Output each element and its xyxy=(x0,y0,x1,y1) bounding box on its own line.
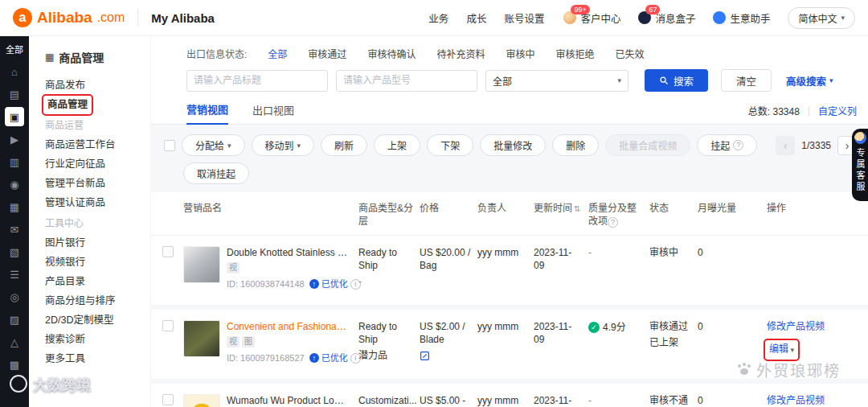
search-row: 全部 ▾ 搜索 清空 高级搜索 ▾ xyxy=(151,60,868,92)
orders-icon[interactable]: ▥ xyxy=(5,152,24,171)
contacts-icon[interactable]: ☰ xyxy=(5,265,24,284)
check-icon: ✓ xyxy=(588,322,600,333)
sidebar-item[interactable]: 管理平台新品 xyxy=(45,174,150,193)
toolbar-button[interactable]: 刷新 xyxy=(321,134,367,156)
toolbar-button[interactable]: 删除 xyxy=(552,134,599,156)
sidebar-item[interactable]: 管理认证商品 xyxy=(45,193,150,212)
row-checkbox[interactable] xyxy=(162,246,174,257)
apps-icon[interactable]: ▩ xyxy=(5,355,24,374)
custom-columns-link[interactable]: 自定义列 xyxy=(818,104,857,117)
column-header-label: 负责人 xyxy=(477,203,506,214)
sidebar-item-label: 搜索诊断 xyxy=(45,334,85,345)
marketing-icon[interactable]: ▨ xyxy=(5,310,24,329)
column-header-label: 操作 xyxy=(767,203,786,214)
sidebar-item[interactable]: 商品运营工作台 xyxy=(45,135,150,154)
home-icon[interactable]: ⌂ xyxy=(5,62,24,81)
sidebar-item[interactable]: 视频银行 xyxy=(45,253,150,272)
row-checkbox[interactable] xyxy=(162,320,174,331)
sidebar-item-label: 商品运营 xyxy=(45,120,84,131)
view-tabs: 营销视图 出口视图 总数: 33348 | 自定义列 xyxy=(151,101,868,125)
toolbar-button-label: 下架 xyxy=(440,138,460,152)
status-filter-option[interactable]: 待补充资料 xyxy=(436,47,485,60)
top-nav-item[interactable]: 账号设置 xyxy=(504,10,544,26)
product-title[interactable]: Convenient and Fashionable PVA Plasti xyxy=(227,320,349,333)
rail-all-menu[interactable]: 全部 xyxy=(6,36,23,60)
edit-video-link[interactable]: 修改产品视频 xyxy=(767,394,855,407)
status-filter-option[interactable]: 审核拒绝 xyxy=(555,47,594,60)
language-selector[interactable]: 简体中文 ▾ xyxy=(788,7,855,29)
column-header: 价格 xyxy=(420,202,477,215)
optimized-badge[interactable]: ↑已优化i xyxy=(309,278,361,290)
dashboard-icon[interactable]: ▤ xyxy=(5,84,24,104)
product-id: ID: 1600979168527 xyxy=(227,352,305,364)
sidebar-item[interactable]: 更多工具 xyxy=(45,349,150,368)
sidebar-item[interactable]: 2D/3D定制模型 xyxy=(45,310,150,330)
header-tool-user[interactable]: 客户中心99+ xyxy=(563,10,620,26)
product-model-input[interactable] xyxy=(336,70,477,92)
edit-link[interactable]: 编辑 ▾ xyxy=(767,342,796,358)
sort-icon[interactable]: ⇅ xyxy=(574,204,580,213)
sidebar-item[interactable]: 产品目录 xyxy=(45,272,150,291)
header-tool-assistant[interactable]: 生意助手 xyxy=(713,10,770,26)
top-nav-item[interactable]: 成长 xyxy=(466,10,486,26)
status-filter-option[interactable]: 全部 xyxy=(268,47,287,60)
row-checkbox[interactable] xyxy=(162,394,174,405)
status-filter-option[interactable]: 审核中 xyxy=(506,47,534,60)
sidebar-item[interactable]: 商品分组与排序 xyxy=(45,291,150,310)
alibaba-logo[interactable]: a Alibaba.com xyxy=(13,8,125,27)
category-select[interactable]: 全部 ▾ xyxy=(485,70,628,92)
select-all-checkbox[interactable] xyxy=(164,140,175,151)
quality-score: ✓4.9分 xyxy=(588,321,626,334)
broadcast-icon[interactable]: ◉ xyxy=(5,175,24,194)
column-header-label: 更新时间 xyxy=(534,203,572,214)
prev-page-button[interactable]: ‹ xyxy=(776,136,795,155)
sidebar-item[interactable]: 图片银行 xyxy=(45,233,150,253)
actions-cell: 修改产品视频编辑 ▾ xyxy=(767,394,862,407)
product-image xyxy=(183,394,220,407)
main-content: 出口信息状态: 全部审核通过审核待确认待补充资料审核中审核拒绝已失效 全部 ▾ … xyxy=(151,36,868,407)
toolbar-button[interactable]: 批量修改 xyxy=(480,134,546,156)
targets-icon[interactable]: ◎ xyxy=(5,287,24,306)
sidebar-item[interactable]: 搜索诊断 xyxy=(45,330,150,349)
tab-export-view[interactable]: 出口视图 xyxy=(252,102,294,124)
toolbar-button-label: 移动到 xyxy=(265,138,294,152)
optimized-label: 已优化 xyxy=(321,278,348,290)
owner-cell: yyy mmm xyxy=(477,246,534,259)
customer-service-tab[interactable]: 专属客服 xyxy=(852,129,868,201)
product-title[interactable]: Wumaofu Wu Product Logistics Service xyxy=(227,394,349,407)
tab-marketing-view[interactable]: 营销视图 xyxy=(186,101,228,125)
status-filter-option[interactable]: 审核待确认 xyxy=(367,47,416,60)
column-header[interactable]: 更新时间⇅ xyxy=(534,202,588,216)
toolbar-button[interactable]: 下架 xyxy=(427,134,473,156)
product-title[interactable]: Double Knotted Stainless Steel Aquacul xyxy=(227,246,349,259)
top-nav-item[interactable]: 业务 xyxy=(428,10,448,26)
media-icon[interactable]: ▶ xyxy=(5,130,24,149)
header-tool-message[interactable]: 消息盒子67 xyxy=(638,10,695,26)
toolbar-button[interactable]: 移动到▾ xyxy=(252,134,315,156)
logistics-icon[interactable]: △ xyxy=(5,332,24,352)
status-filter-option[interactable]: 审核通过 xyxy=(308,47,346,60)
edit-video-link[interactable]: 修改产品视频 xyxy=(767,320,855,333)
status-filter-option[interactable]: 已失效 xyxy=(615,47,644,60)
sidebar-menu: 商品发布商品管理商品运营商品运营工作台行业定向征品管理平台新品管理认证商品工具中… xyxy=(45,76,150,368)
quality-cell: - xyxy=(588,394,649,407)
sidebar-item[interactable]: 行业定向征品 xyxy=(45,154,150,174)
toolbar-button[interactable]: 上架 xyxy=(374,134,420,156)
toolbar-button[interactable]: 分配给▾ xyxy=(182,134,245,156)
search-button[interactable]: 搜索 xyxy=(645,69,708,92)
updated-cell: 2023-11-09 xyxy=(534,394,588,407)
messages-icon[interactable]: ✉ xyxy=(5,220,24,239)
toolbar-button[interactable]: 取消挂起 xyxy=(183,162,249,184)
documents-icon[interactable]: ▧ xyxy=(5,242,24,261)
toolbar-button[interactable]: 挂起? xyxy=(697,134,757,156)
edit-price-icon[interactable] xyxy=(420,351,430,361)
clear-button[interactable]: 清空 xyxy=(721,69,772,92)
advanced-search-link[interactable]: 高级搜索 ▾ xyxy=(786,73,833,88)
product-title-input[interactable] xyxy=(186,70,328,92)
sidebar-item[interactable]: 商品管理 xyxy=(45,95,150,114)
optimized-badge[interactable]: ↑已优化i xyxy=(309,352,361,364)
product-tag: 图 xyxy=(242,336,255,347)
analytics-icon[interactable]: ▦ xyxy=(5,197,24,216)
sidebar-item[interactable]: 商品发布 xyxy=(45,76,150,95)
products-icon[interactable]: ▣ xyxy=(5,107,24,126)
